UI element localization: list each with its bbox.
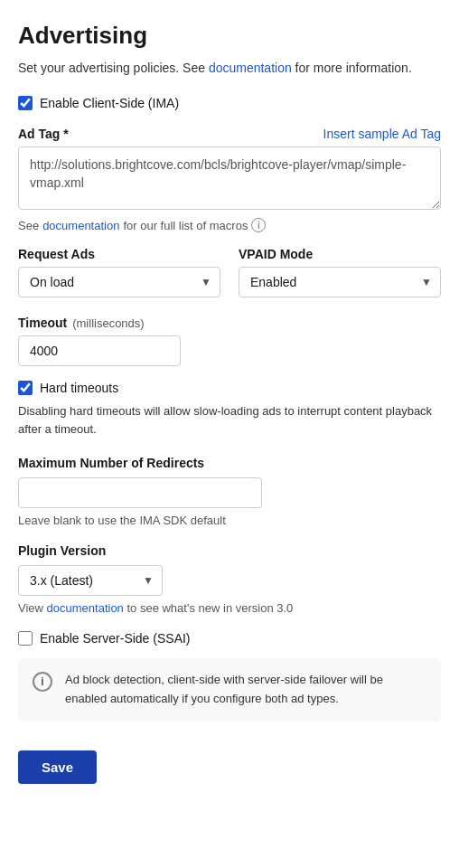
enable-server-side-label[interactable]: Enable Server-Side (SSAI) (40, 631, 191, 646)
info-block-icon: i (33, 672, 52, 692)
hard-timeouts-description: Disabling hard timeouts will allow slow-… (18, 402, 441, 438)
hard-timeouts-checkbox[interactable] (18, 381, 33, 395)
vpaid-mode-col: VPAID Mode Enabled Disabled Insecure ▼ (239, 247, 441, 297)
save-button[interactable]: Save (18, 750, 97, 784)
macros-prefix: See (18, 219, 39, 232)
server-side-row: Enable Server-Side (SSAI) (18, 631, 441, 646)
vpaid-mode-select[interactable]: Enabled Disabled Insecure (239, 267, 441, 297)
page-title: Advertising (18, 22, 441, 50)
max-redirects-helper: Leave blank to use the IMA SDK default (18, 514, 441, 527)
description-prefix: Set your advertising policies. See (18, 61, 209, 75)
enable-server-side-checkbox[interactable] (18, 631, 33, 646)
macros-info-icon[interactable]: i (251, 218, 266, 232)
plugin-version-label: Plugin Version (18, 543, 441, 558)
plugin-docs-link[interactable]: documentation (47, 601, 124, 615)
request-vpaid-row: Request Ads On load On play On demand ▼ … (18, 247, 441, 297)
timeout-unit: (milliseconds) (72, 316, 144, 330)
timeout-section: Timeout (milliseconds) 4000 (18, 316, 441, 366)
timeout-input[interactable]: 4000 (18, 335, 181, 366)
insert-sample-ad-tag-link[interactable]: Insert sample Ad Tag (323, 127, 441, 141)
macros-suffix: for our full list of macros (123, 219, 248, 232)
hard-timeouts-label[interactable]: Hard timeouts (40, 381, 118, 395)
ad-tag-label: Ad Tag * (18, 127, 69, 141)
ad-tag-textarea[interactable]: http://solutions.brightcove.com/bcls/bri… (18, 146, 441, 210)
request-ads-select-wrapper: On load On play On demand ▼ (18, 267, 220, 297)
macros-docs-link[interactable]: documentation (42, 219, 119, 232)
page-description: Set your advertising policies. See docum… (18, 59, 441, 78)
enable-client-side-checkbox[interactable] (18, 96, 33, 110)
vpaid-mode-label: VPAID Mode (239, 247, 441, 261)
hard-timeouts-row: Hard timeouts (18, 381, 441, 395)
max-redirects-input[interactable] (18, 477, 262, 508)
request-ads-col: Request Ads On load On play On demand ▼ (18, 247, 220, 297)
macros-helper: See documentation for our full list of m… (18, 218, 441, 232)
timeout-label-row: Timeout (milliseconds) (18, 316, 441, 330)
description-suffix: for more information. (292, 61, 412, 75)
docs-link[interactable]: documentation (209, 61, 292, 75)
enable-client-side-label[interactable]: Enable Client-Side (IMA) (40, 96, 179, 110)
ad-tag-header: Ad Tag * Insert sample Ad Tag (18, 127, 441, 141)
enable-client-side-row: Enable Client-Side (IMA) (18, 96, 441, 110)
view-docs-suffix: to see what's new in version 3.0 (124, 601, 293, 615)
view-docs-prefix: View (18, 601, 47, 615)
max-redirects-label: Maximum Number of Redirects (18, 456, 441, 470)
plugin-version-view-docs: View documentation to see what's new in … (18, 601, 441, 615)
request-ads-select[interactable]: On load On play On demand (18, 267, 220, 297)
request-ads-label: Request Ads (18, 247, 220, 261)
max-redirects-section: Maximum Number of Redirects Leave blank … (18, 456, 441, 527)
plugin-version-select-wrapper: 3.x (Latest) 2.x 1.x ▼ (18, 565, 163, 596)
info-block-text: Ad block detection, client-side with ser… (65, 671, 426, 709)
vpaid-mode-select-wrapper: Enabled Disabled Insecure ▼ (239, 267, 441, 297)
plugin-version-select[interactable]: 3.x (Latest) 2.x 1.x (18, 565, 163, 596)
timeout-label: Timeout (18, 316, 67, 330)
info-block: i Ad block detection, client-side with s… (18, 658, 441, 722)
plugin-version-section: Plugin Version 3.x (Latest) 2.x 1.x ▼ Vi… (18, 543, 441, 615)
